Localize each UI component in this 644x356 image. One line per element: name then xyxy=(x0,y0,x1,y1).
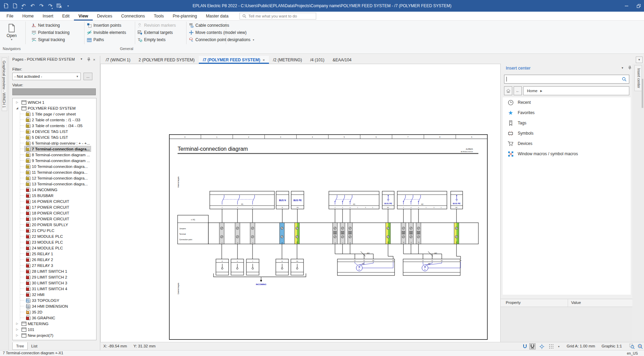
breadcrumb[interactable]: Home ▶ xyxy=(523,86,629,95)
grid-dropdown-icon[interactable]: ▼ xyxy=(556,343,562,349)
menu-tab-edit[interactable]: Edit xyxy=(58,12,74,21)
tree-item[interactable]: 2 Table of contents : /1 - /33 xyxy=(13,117,96,123)
tab-overflow-button[interactable]: ▼ xyxy=(636,57,643,63)
expand-arrow-icon[interactable]: ▷ xyxy=(16,101,21,104)
value-input[interactable] xyxy=(12,88,96,95)
menu-tab-pre-planning[interactable]: Pre-planning xyxy=(168,12,202,21)
insert-item-window[interactable]: Window macros / symbol macros xyxy=(503,149,631,159)
tree-item[interactable]: 8 Terminal-connection diagram ... xyxy=(13,152,96,158)
object-snap-icon[interactable] xyxy=(529,343,536,349)
menu-tab-tools[interactable]: Tools xyxy=(150,12,168,21)
breadcrumb-home[interactable]: Home xyxy=(527,89,538,93)
tree-item[interactable]: 17 POWER CIRCUIT xyxy=(13,204,96,210)
redo-alt-icon[interactable]: ↷ xyxy=(47,3,53,9)
tree-item[interactable]: 3 Table of contents : /34 - /35 xyxy=(13,123,96,128)
tree-item[interactable]: 24 MODULE PLC xyxy=(13,245,96,251)
tree-item[interactable]: 19 POWER CIRCUIT xyxy=(13,216,96,222)
drawing-canvas[interactable]: 0123456789Terminal-connection diagramALI… xyxy=(100,64,500,342)
close-tab-icon[interactable]: × xyxy=(262,58,265,62)
tree-item[interactable]: 30 LIMIT SWITCH 3 xyxy=(13,280,96,286)
tree-item[interactable]: 4 DEVICE TAG LIST xyxy=(13,128,96,134)
tree-item[interactable]: 20 POWER SUPLLY xyxy=(13,222,96,228)
doc-tab[interactable]: /7 (WINCH 1) xyxy=(102,56,134,64)
restore-button[interactable] xyxy=(633,0,644,12)
tree-item[interactable]: 6 Terminal-strip overview : + - +... xyxy=(13,140,96,146)
insert-item-symbols[interactable]: Symbols xyxy=(503,128,631,138)
doc-tab[interactable]: 2 (POLYMER FEED SYSTEM) xyxy=(134,56,199,64)
new-page-icon[interactable] xyxy=(3,3,9,9)
tree-item[interactable]: 31 LIMIT SWITCH 4 xyxy=(13,286,96,292)
snap-icon[interactable] xyxy=(522,343,528,349)
device-box[interactable] xyxy=(329,191,379,209)
open-page-icon[interactable] xyxy=(12,3,18,9)
terminal[interactable] xyxy=(219,223,224,244)
terminal-n[interactable] xyxy=(280,223,284,244)
insert-search-input[interactable] xyxy=(504,75,629,84)
doc-tab[interactable]: /7 (POLYMER FEED SYSTEM)× xyxy=(199,56,269,64)
wire[interactable] xyxy=(423,263,423,265)
insert-center-side-tab[interactable]: Insert center xyxy=(634,65,642,91)
insert-item-devices[interactable]: Devices xyxy=(503,138,631,149)
motor-box[interactable] xyxy=(403,259,460,275)
doc-tab[interactable]: /2 (METERING) xyxy=(269,56,306,64)
tree-item[interactable]: 21 CPU PLC xyxy=(13,228,96,233)
external-targets-button[interactable]: External targets xyxy=(138,29,176,36)
panel-dropdown-icon[interactable]: ▼ xyxy=(80,58,83,61)
customize-qat-icon[interactable]: ▾ xyxy=(65,3,71,9)
tree-item[interactable]: 16 POWER CIRCUIT xyxy=(13,198,96,204)
tree-item[interactable]: ▷METERING xyxy=(13,321,96,327)
insert-item-tags[interactable]: Tags xyxy=(503,118,631,128)
tree-item[interactable]: 15 BUSBAR xyxy=(13,193,96,198)
locale-indicator[interactable]: en_US xyxy=(627,351,638,355)
panel-dropdown-icon[interactable]: ▼ xyxy=(621,66,624,70)
tree-item[interactable]: 32 HMI xyxy=(13,292,96,297)
tree-item[interactable]: 33 TOPOLOGY xyxy=(13,297,96,303)
zoom-selection-icon[interactable] xyxy=(629,343,635,349)
grid-size-label[interactable]: Grid A: 1.00 mm xyxy=(567,344,595,348)
expand-arrow-icon[interactable]: ▷ xyxy=(16,328,21,331)
menu-tab-insert[interactable]: Insert xyxy=(38,12,58,21)
menu-tab-file[interactable]: File xyxy=(2,12,18,21)
tree-item[interactable]: 9 Terminal-connection diagram ... xyxy=(13,158,96,163)
wire[interactable] xyxy=(355,263,358,265)
schematic-sheet[interactable]: 0123456789Terminal-connection diagramALI… xyxy=(169,134,488,340)
tree-item[interactable]: ◢POLYMER FEED SYSTEM xyxy=(13,105,96,111)
tree-item[interactable]: 18 POWER CIRCUIT xyxy=(13,210,96,216)
signal-tracking-button[interactable]: Signal tracking xyxy=(31,37,69,43)
tree-item[interactable]: 14 INCOMING xyxy=(13,187,96,193)
tree-item[interactable]: 26 RELAY 2 xyxy=(13,257,96,262)
terminal[interactable] xyxy=(235,223,240,244)
device-box[interactable] xyxy=(210,191,274,209)
open-button[interactable]: Open ▾ xyxy=(3,22,20,43)
back-button[interactable]: ← xyxy=(514,86,522,95)
tab-list[interactable]: List xyxy=(28,342,41,349)
tree-item[interactable]: ▷New project(7) xyxy=(13,332,96,338)
tree-item[interactable]: 23 MODULE PLC xyxy=(13,239,96,245)
pin-icon[interactable] xyxy=(87,58,91,62)
menu-tab-master-data[interactable]: Master data xyxy=(202,12,233,21)
minimize-button[interactable] xyxy=(621,0,632,12)
tree-item[interactable]: 27 RELAY 3 xyxy=(13,262,96,268)
tree-item[interactable]: ▷101 xyxy=(13,327,96,332)
tree-item[interactable]: 10 Terminal-connection diagra... xyxy=(13,163,96,169)
insertion-points-button[interactable]: Insertion points xyxy=(87,22,126,28)
collapse-arrow-icon[interactable]: ◢ xyxy=(16,107,21,110)
paths-button[interactable]: Paths xyxy=(87,37,126,43)
menu-tab-view[interactable]: View xyxy=(74,12,92,21)
motor-box[interactable] xyxy=(337,259,395,275)
menu-tab-home[interactable]: Home xyxy=(18,12,38,21)
connection-point-designations-button[interactable]: Connection point designations ▾ xyxy=(189,37,254,43)
expand-arrow-icon[interactable]: ▷ xyxy=(16,322,21,325)
crosshair-icon[interactable] xyxy=(539,343,545,349)
column-divider[interactable] xyxy=(568,299,568,307)
insert-item-favorites[interactable]: ★Favorites xyxy=(503,108,631,118)
graphic-scale-label[interactable]: Graphic 1:1 xyxy=(602,344,622,348)
invisible-elements-button[interactable]: Invisible elements xyxy=(87,29,126,36)
tree-item[interactable]: 36 GRAPHIC xyxy=(13,315,96,321)
potential-tracking-button[interactable]: Potential tracking xyxy=(31,29,69,36)
form-delete-icon[interactable] xyxy=(56,3,62,9)
tree-item[interactable]: 12 Terminal-connection diagra... xyxy=(13,175,96,181)
insert-item-recent[interactable]: Recent xyxy=(503,97,631,108)
net-tracking-button[interactable]: Net tracking xyxy=(31,22,69,28)
undo-alt-icon[interactable]: ↶ xyxy=(21,3,27,9)
